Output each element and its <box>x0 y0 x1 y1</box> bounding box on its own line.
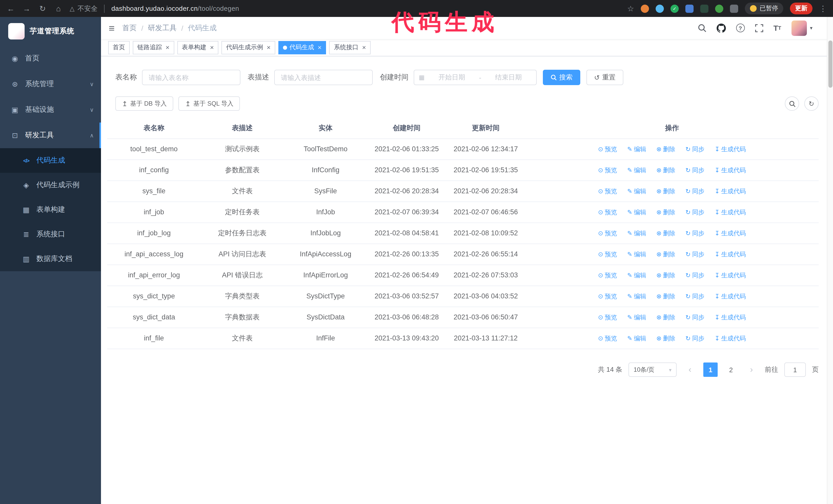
page-button-2[interactable]: 2 <box>724 362 738 377</box>
sidebar-item-infra[interactable]: ▣ 基础设施 ∨ <box>0 97 101 123</box>
sync-link[interactable]: ↻同步 <box>685 313 704 322</box>
profile-paused-badge[interactable]: 已暂停 <box>745 3 783 14</box>
sidebar-item-home[interactable]: ◉ 首页 <box>0 46 101 71</box>
table-name-input[interactable] <box>142 70 240 85</box>
sidebar-item-codegen-example[interactable]: ◈ 代码生成示例 <box>0 173 101 197</box>
extension-icon[interactable] <box>656 4 664 13</box>
extension-icon[interactable] <box>700 4 709 13</box>
delete-link[interactable]: ⊗删除 <box>657 250 675 259</box>
tab-tracing[interactable]: 链路追踪 × <box>133 41 174 54</box>
tab-form-builder[interactable]: 表单构建 × <box>177 41 218 54</box>
back-icon[interactable]: ← <box>6 4 15 13</box>
bookmark-star-icon[interactable]: ☆ <box>627 4 634 13</box>
scrollbar-thumb[interactable] <box>828 41 832 88</box>
generate-code-link[interactable]: ↧生成代码 <box>715 208 746 217</box>
home-icon[interactable]: ⌂ <box>54 4 63 13</box>
goto-page-input[interactable] <box>784 362 806 377</box>
delete-link[interactable]: ⊗删除 <box>657 145 675 154</box>
table-desc-input[interactable] <box>274 70 373 85</box>
extension-icon[interactable] <box>715 4 723 13</box>
generate-code-link[interactable]: ↧生成代码 <box>715 292 746 301</box>
preview-link[interactable]: ⊙预览 <box>598 187 617 196</box>
font-size-icon[interactable]: TT <box>773 24 781 32</box>
prev-page-button[interactable]: ‹ <box>683 362 697 377</box>
search-button[interactable]: 搜索 <box>543 70 580 85</box>
import-db-button[interactable]: ↥ 基于 DB 导入 <box>115 96 173 111</box>
edit-link[interactable]: ✎编辑 <box>627 250 646 259</box>
generate-code-link[interactable]: ↧生成代码 <box>715 229 746 238</box>
delete-link[interactable]: ⊗删除 <box>657 208 675 217</box>
close-tab-icon[interactable]: × <box>362 44 366 51</box>
sync-link[interactable]: ↻同步 <box>685 208 704 217</box>
delete-link[interactable]: ⊗删除 <box>657 229 675 238</box>
tab-system-api[interactable]: 系统接口 × <box>329 41 371 54</box>
delete-link[interactable]: ⊗删除 <box>657 334 675 343</box>
forward-icon[interactable]: → <box>22 4 31 13</box>
update-button[interactable]: 更新 <box>790 3 812 14</box>
edit-link[interactable]: ✎编辑 <box>627 166 646 175</box>
generate-code-link[interactable]: ↧生成代码 <box>715 250 746 259</box>
generate-code-link[interactable]: ↧生成代码 <box>715 271 746 280</box>
edit-link[interactable]: ✎编辑 <box>627 208 646 217</box>
preview-link[interactable]: ⊙预览 <box>598 250 617 259</box>
extension-icon[interactable]: ✓ <box>670 4 679 13</box>
generate-code-link[interactable]: ↧生成代码 <box>715 145 746 154</box>
sync-link[interactable]: ↻同步 <box>685 292 704 301</box>
import-sql-button[interactable]: ↥ 基于 SQL 导入 <box>178 96 240 111</box>
user-menu[interactable]: ▾ <box>791 20 812 35</box>
close-tab-icon[interactable]: × <box>266 44 270 51</box>
close-tab-icon[interactable]: × <box>166 44 169 51</box>
edit-link[interactable]: ✎编辑 <box>627 271 646 280</box>
breadcrumb-devtools[interactable]: 研发工具 <box>148 23 176 32</box>
breadcrumb-home[interactable]: 首页 <box>122 23 137 32</box>
menu-kebab-icon[interactable]: ⋮ <box>819 4 827 13</box>
preview-link[interactable]: ⊙预览 <box>598 292 617 301</box>
app-logo[interactable]: 芋道管理系统 <box>0 17 101 46</box>
preview-link[interactable]: ⊙预览 <box>598 313 617 322</box>
fullscreen-icon[interactable] <box>755 24 763 32</box>
security-chip[interactable]: △ 不安全 <box>70 4 97 13</box>
preview-link[interactable]: ⊙预览 <box>598 271 617 280</box>
sync-link[interactable]: ↻同步 <box>685 229 704 238</box>
tab-codegen[interactable]: 代码生成 × <box>278 41 326 54</box>
generate-code-link[interactable]: ↧生成代码 <box>715 334 746 343</box>
sidebar-item-system-api[interactable]: ≣ 系统接口 <box>0 222 101 247</box>
sync-link[interactable]: ↻同步 <box>685 187 704 196</box>
tab-codegen-example[interactable]: 代码生成示例 × <box>221 41 275 54</box>
reset-button[interactable]: ↺ 重置 <box>587 70 623 85</box>
extension-icon[interactable] <box>730 4 738 13</box>
extension-icon[interactable] <box>685 4 694 13</box>
edit-link[interactable]: ✎编辑 <box>627 187 646 196</box>
delete-link[interactable]: ⊗删除 <box>657 187 675 196</box>
date-range-picker[interactable]: ▦ 开始日期 - 结束日期 <box>414 70 537 85</box>
preview-link[interactable]: ⊙预览 <box>598 334 617 343</box>
sidebar-item-codegen[interactable]: </> 代码生成 <box>0 148 101 173</box>
edit-link[interactable]: ✎编辑 <box>627 229 646 238</box>
delete-link[interactable]: ⊗删除 <box>657 166 675 175</box>
edit-link[interactable]: ✎编辑 <box>627 334 646 343</box>
generate-code-link[interactable]: ↧生成代码 <box>715 313 746 322</box>
preview-link[interactable]: ⊙预览 <box>598 229 617 238</box>
page-button-1[interactable]: 1 <box>703 362 718 377</box>
edit-link[interactable]: ✎编辑 <box>627 313 646 322</box>
extension-icon[interactable] <box>641 4 649 13</box>
help-icon[interactable]: ? <box>736 24 744 32</box>
sync-link[interactable]: ↻同步 <box>685 271 704 280</box>
toggle-search-button[interactable] <box>785 96 799 111</box>
preview-link[interactable]: ⊙预览 <box>598 166 617 175</box>
reload-icon[interactable]: ↻ <box>38 4 47 13</box>
sidebar-item-form-builder[interactable]: ▦ 表单构建 <box>0 197 101 222</box>
github-icon[interactable] <box>716 23 725 32</box>
delete-link[interactable]: ⊗删除 <box>657 313 675 322</box>
preview-link[interactable]: ⊙预览 <box>598 145 617 154</box>
delete-link[interactable]: ⊗删除 <box>657 292 675 301</box>
hamburger-icon[interactable]: ≡ <box>101 23 122 33</box>
page-size-select[interactable]: 10条/页 ▾ <box>628 362 677 377</box>
scrollbar[interactable] <box>827 17 833 504</box>
next-page-button[interactable]: › <box>744 362 759 377</box>
generate-code-link[interactable]: ↧生成代码 <box>715 187 746 196</box>
sync-link[interactable]: ↻同步 <box>685 334 704 343</box>
sync-link[interactable]: ↻同步 <box>685 250 704 259</box>
sidebar-item-devtools[interactable]: ⊡ 研发工具 ∧ <box>0 123 101 148</box>
delete-link[interactable]: ⊗删除 <box>657 271 675 280</box>
